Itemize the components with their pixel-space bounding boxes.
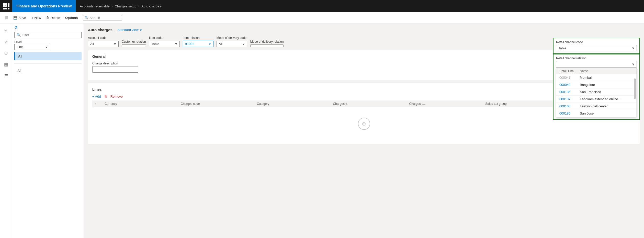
header-separator: | [115,28,115,32]
account-code-group: Account code All ∨ [88,36,119,47]
view-chevron-icon: ∨ [140,28,142,32]
breadcrumb-sep-2: › [138,4,139,8]
mode-delivery-relation-label: Mode of delivery relation [250,40,284,43]
options-button[interactable]: Options [63,14,80,21]
search-box: 🔍 [83,15,122,20]
dropdown-header: Retail Cha... Name [556,68,637,74]
dropdown-code-3: 000160 [559,104,580,108]
account-code-value: All [90,42,94,46]
retail-channel-section: Retail channel code Table ∨ Retail chann… [553,38,640,120]
retail-channel-code-box: Retail channel code Table ∨ [553,38,640,54]
command-bar: ☰ 💾 Save + New 🗑 Delete Options 🔍 [0,12,644,24]
retail-channel-code-select[interactable]: Table ∨ [556,45,637,51]
level-label: Level [14,40,82,44]
filter-search-input[interactable] [22,33,79,37]
customer-relation-select[interactable] [122,44,146,47]
dropdown-row-faded[interactable]: 000041 Mumbai [556,74,637,81]
dropdown-col1-header: Retail Cha... [559,69,580,73]
filter-item-all-active[interactable]: All [14,52,82,60]
charge-description-input[interactable] [92,66,138,73]
item-code-value: Table [151,42,159,46]
breadcrumb-item-1[interactable]: Accounts receivable [80,4,109,8]
mode-delivery-relation-select[interactable] [250,44,284,47]
clock-icon-btn[interactable]: ⏱ [1,48,11,58]
filter-search-box: 🔍 [14,32,82,38]
item-relation-chevron: ∨ [209,42,211,46]
item-code-label: Item code [149,36,180,40]
customer-relation-label: Customer relation [122,40,146,43]
hamburger-icon: ☰ [5,16,8,20]
account-code-select[interactable]: All ∨ [88,41,119,47]
breadcrumb: Accounts receivable › Charges setup › Au… [76,4,165,8]
home-icon-btn[interactable]: ⌂ [1,26,11,36]
dropdown-row-1[interactable]: 000135 San Francisco [556,88,637,96]
view-selector[interactable]: Standard view ∨ [117,28,142,32]
mode-delivery-code-select[interactable]: All ∨ [217,41,247,47]
table-charges-v-header: Charges v... [333,102,405,106]
level-select[interactable]: Line ∨ [14,44,50,50]
delete-button[interactable]: 🗑 Delete [44,14,62,21]
list-icon-btn[interactable]: ☰ [1,71,11,81]
breadcrumb-item-2[interactable]: Charges setup [115,4,137,8]
view-label: Standard view [117,28,138,32]
item-relation-select[interactable]: 91002 ∨ [183,41,213,47]
table-check-col: ✓ [94,102,100,106]
save-icon: 💾 [13,16,17,20]
mode-delivery-code-chevron: ∨ [242,42,245,46]
level-chevron-icon: ∨ [45,45,48,49]
page-title: Auto charges [88,28,112,32]
level-value: Line [17,45,23,49]
save-button[interactable]: 💾 Save [11,14,28,21]
item-code-select[interactable]: Table ∨ [149,41,180,47]
charge-description-label: Charge description [92,62,138,65]
search-input[interactable] [89,16,120,20]
dropdown-scrollbar[interactable] [634,78,636,99]
dropdown-row-3[interactable]: 000160 Fashion call center [556,103,637,110]
dropdown-name-3: Fashion call center [580,104,634,108]
side-icons: ⌂ ☆ ⏱ ▦ ☰ [0,24,12,238]
breadcrumb-item-3[interactable]: Auto charges [141,4,161,8]
account-code-label: Account code [88,36,119,40]
grid-icon-btn[interactable]: ▦ [1,59,11,70]
retail-channel-code-chevron: ∨ [632,46,635,50]
filter-panel: ⚗ 🔍 Level Line ∨ All All [12,24,84,238]
table-currency-header: Currency [105,102,177,106]
dropdown-name-2: Fabrikam extended online... [580,97,634,101]
remove-button[interactable]: Remove [110,95,123,98]
dropdown-row-0[interactable]: 000042 Bangalore [556,81,637,88]
remove-icon: 🗑 [104,95,107,98]
table-sales-tax-header: Sales tax group [485,102,557,106]
table-charges-c-header: Charges c... [409,102,481,106]
retail-channel-code-label: Retail channel code [556,40,637,44]
dropdown-name-4: San Jose [580,111,634,115]
new-plus-icon: + [31,16,33,20]
filter-panel-icon: ⚗ [14,26,18,30]
mode-delivery-code-group: Mode of delivery code All ∨ [217,36,247,47]
retail-channel-relation-label: Retail channel relation [556,56,637,60]
table-category-header: Category [257,102,329,106]
main-layout: ⌂ ☆ ⏱ ▦ ☰ ⚗ 🔍 Level Line ∨ All All Auto … [0,24,644,238]
hamburger-menu-button[interactable]: ☰ [3,14,10,21]
add-button[interactable]: + Add [92,95,101,98]
filter-item-all[interactable]: All [14,67,82,75]
new-button[interactable]: + New [29,14,43,21]
dropdown-code-0: 000042 [559,83,580,87]
dropdown-name-0: Bangalore [580,83,634,87]
dropdown-code-4: 000185 [559,111,580,115]
account-code-chevron: ∨ [114,42,116,46]
item-relation-group: Item relation 91002 ∨ [183,36,213,47]
dropdown-row-2[interactable]: 000137 Fabrikam extended online... [556,96,637,103]
filter-divider [14,63,82,64]
content-header: Auto charges | Standard view ∨ [88,28,640,32]
retail-channel-relation-select[interactable]: ∨ [556,61,637,67]
empty-table-icon: ⊕ [358,118,370,130]
mode-delivery-relation-group: Mode of delivery relation [250,40,284,47]
star-icon-btn[interactable]: ☆ [1,37,11,47]
retail-channel-code-value: Table [558,46,566,50]
filter-search-icon: 🔍 [17,33,21,37]
app-title: Finance and Operations Preview [12,0,76,12]
dropdown-col2-header: Name [580,69,634,73]
waffle-icon[interactable] [2,2,10,10]
dropdown-row-4[interactable]: 000185 San Jose [556,110,637,117]
item-code-group: Item code Table ∨ [149,36,180,47]
